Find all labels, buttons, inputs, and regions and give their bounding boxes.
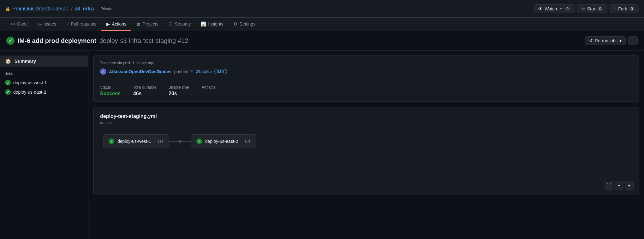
rerun-dropdown-icon: ▾: [619, 38, 622, 43]
security-icon: 🛡: [169, 21, 173, 26]
rerun-icon: ↺: [589, 38, 593, 43]
page-title-sub: deploy-s3-infra-test-staging #12: [99, 37, 188, 44]
fork-button[interactable]: ⑂ Fork 0: [610, 4, 639, 13]
page-title: IM-6 add prod deployment: [18, 37, 96, 44]
nav-tabs: <> Code ◎ Issues ⑂ Pull requests ▶ Actio…: [0, 18, 644, 31]
connector-line-1: [169, 141, 178, 142]
workflow-diagram: deploy-us-west-1 11s deploy-us-east-2 10…: [103, 134, 632, 148]
repo-name[interactable]: s3_infra: [75, 6, 94, 12]
tab-actions-label: Actions: [112, 21, 126, 26]
top-bar: 🔒 PmmQuickStartGuides01 / s3_infra Priva…: [0, 0, 644, 18]
fit-icon: ⛶: [607, 183, 611, 188]
tab-insights[interactable]: 📊 Insights: [196, 18, 228, 31]
watch-count: 0: [564, 7, 570, 11]
tab-settings[interactable]: ⚙ Settings: [229, 18, 261, 31]
workflow-trigger: on: push: [100, 120, 632, 125]
zoom-out-icon: −: [618, 183, 620, 188]
tab-code[interactable]: <> Code: [5, 18, 33, 31]
artifacts-block: Artifacts –: [202, 85, 215, 96]
rerun-label: Re-run jobs: [595, 38, 617, 43]
page-title-bar: IM-6 add prod deployment deploy-s3-infra…: [0, 31, 644, 50]
projects-icon: ▦: [136, 21, 140, 26]
eye-icon: 👁: [538, 6, 543, 11]
tab-actions[interactable]: ▶ Actions: [101, 18, 131, 31]
job1-label: deploy-us-west-1: [13, 80, 47, 85]
trigger-time: 1 minute ago: [132, 61, 154, 65]
commit-hash[interactable]: 29bb3eb: [196, 69, 212, 74]
repo-separator: /: [71, 6, 73, 12]
more-options-button[interactable]: ···: [628, 36, 638, 45]
workflow-card: deploy-test-staging.yml on: push deploy-…: [93, 107, 639, 195]
private-badge: Private: [98, 6, 115, 12]
top-actions: 👁 Watch ▼ 0 ☆ Star 0 ⑂ Fork 0: [534, 4, 639, 13]
tab-security[interactable]: 🛡 Security: [164, 18, 196, 31]
workflow-job2-icon: [196, 138, 202, 144]
tab-pull-requests[interactable]: ⑂ Pull requests: [61, 18, 101, 31]
main-content: 🏠 Summary Jobs deploy-us-west-1 deploy-u…: [0, 50, 644, 239]
issues-icon: ◎: [38, 21, 42, 26]
rerun-jobs-button[interactable]: ↺ Re-run jobs ▾: [585, 36, 626, 45]
connector-line-2: [182, 141, 191, 142]
actions-icon: ▶: [106, 21, 110, 26]
fork-label: Fork: [618, 6, 627, 11]
pr-icon: ⑂: [66, 21, 69, 26]
status-label: Status: [100, 85, 121, 90]
workflow-job1-icon: [109, 138, 114, 144]
run-meta: A AtlassianOpenDevOpsGuides pushed ⑂ 29b…: [100, 68, 632, 75]
run-info-card: Triggered via push 1 minute ago A Atlass…: [93, 55, 639, 102]
connector: [169, 140, 191, 143]
watch-button[interactable]: 👁 Watch ▼ 0: [534, 4, 575, 13]
page-title-actions: ↺ Re-run jobs ▾ ···: [585, 36, 638, 45]
insights-icon: 📊: [201, 21, 206, 26]
artifacts-value: –: [202, 91, 215, 96]
lock-icon: 🔒: [5, 6, 10, 11]
tab-insights-label: Insights: [208, 21, 223, 26]
duration-label: Total duration: [133, 85, 156, 90]
tab-settings-label: Settings: [240, 21, 256, 26]
branch-badge[interactable]: IM-9: [214, 69, 227, 74]
workflow-job2-label: deploy-us-east-2: [205, 139, 238, 144]
sidebar: 🏠 Summary Jobs deploy-us-west-1 deploy-u…: [0, 50, 88, 239]
billable-value: 20s: [169, 91, 189, 96]
summary-label: Summary: [15, 58, 36, 64]
watch-label: Watch: [545, 6, 557, 11]
commit-icon: ⑂: [191, 69, 193, 74]
job2-label: deploy-us-east-2: [13, 90, 46, 95]
artifacts-label: Artifacts: [202, 85, 215, 90]
tab-security-label: Security: [175, 21, 191, 26]
star-icon: ☆: [581, 6, 585, 11]
status-value: Success: [100, 91, 121, 96]
code-icon: <>: [10, 21, 15, 26]
workflow-filename: deploy-test-staging.yml: [100, 114, 632, 119]
sidebar-summary[interactable]: 🏠 Summary: [0, 55, 88, 67]
tab-issues[interactable]: ◎ Issues: [33, 18, 61, 31]
sidebar-job-1[interactable]: deploy-us-west-1: [0, 78, 88, 87]
tab-pull-requests-label: Pull requests: [71, 21, 96, 26]
workflow-job1-duration: 11s: [158, 139, 164, 143]
run-stats: Status Success Total duration 46s Billab…: [100, 80, 632, 96]
zoom-out-button[interactable]: −: [615, 181, 623, 190]
zoom-in-button[interactable]: +: [625, 181, 634, 190]
trigger-info: Triggered via push 1 minute ago: [100, 61, 632, 65]
workflow-job-1[interactable]: deploy-us-west-1 11s: [103, 134, 169, 148]
zoom-controls: ⛶ − +: [605, 181, 634, 190]
pusher-name[interactable]: AtlassianOpenDevOpsGuides: [109, 69, 171, 74]
tab-projects[interactable]: ▦ Projects: [131, 18, 164, 31]
fit-view-button[interactable]: ⛶: [605, 181, 613, 190]
fork-icon: ⑂: [614, 6, 616, 11]
settings-icon: ⚙: [234, 21, 238, 26]
billable-block: Billable time 20s: [169, 85, 189, 96]
repo-title: 🔒 PmmQuickStartGuides01 / s3_infra Priva…: [5, 6, 115, 12]
duration-block: Total duration 46s: [133, 85, 156, 96]
repo-owner[interactable]: PmmQuickStartGuides01: [12, 6, 69, 12]
run-success-icon: [6, 37, 15, 45]
pushed-label: pushed: [174, 69, 188, 74]
tab-issues-label: Issues: [44, 21, 56, 26]
star-button[interactable]: ☆ Star 0: [577, 4, 607, 13]
job2-success-icon: [5, 89, 11, 95]
workflow-job-2[interactable]: deploy-us-east-2 10s: [191, 134, 256, 148]
page-title-content: IM-6 add prod deployment deploy-s3-infra…: [6, 37, 188, 45]
tab-code-label: Code: [17, 21, 27, 26]
trigger-prefix: Triggered via push: [100, 61, 131, 65]
sidebar-job-2[interactable]: deploy-us-east-2: [0, 87, 88, 97]
